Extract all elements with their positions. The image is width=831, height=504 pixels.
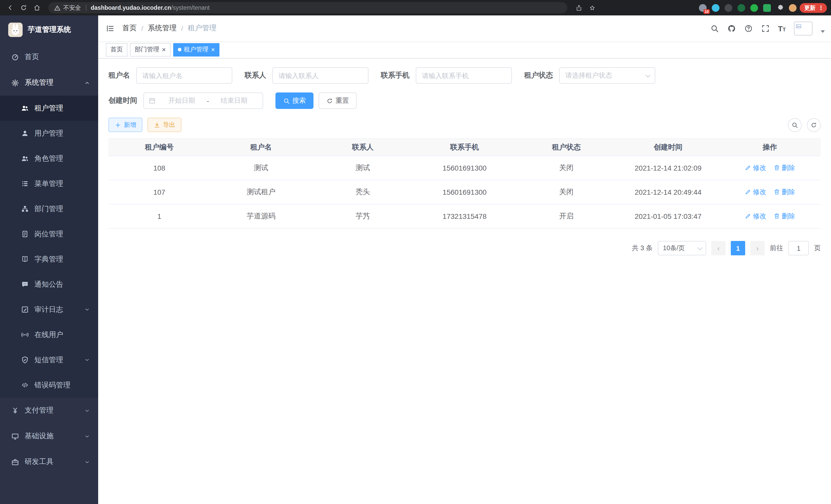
chevron-down-icon[interactable] [821, 30, 825, 33]
cell-contact: 秃头 [312, 180, 414, 204]
refresh-table-button[interactable] [807, 118, 821, 132]
sidebar-item-role[interactable]: 角色管理 [0, 146, 98, 171]
range-separator: - [206, 97, 210, 105]
update-button[interactable]: 更新 ⋮ [800, 3, 827, 12]
fullscreen-icon[interactable] [761, 24, 770, 33]
delete-button[interactable]: 删除 [773, 164, 795, 173]
delete-button[interactable]: 删除 [773, 187, 795, 197]
search-button[interactable]: 搜索 [276, 92, 314, 109]
end-date-placeholder[interactable]: 结束日期 [210, 96, 258, 105]
current-page-button[interactable]: 1 [731, 241, 745, 255]
content: 首页 / 系统管理 / 租户管理 TT [98, 16, 831, 504]
dept-icon [21, 205, 29, 213]
delete-button[interactable]: 删除 [773, 212, 795, 221]
reset-button[interactable]: 重置 [319, 92, 357, 109]
extension-bright-green[interactable] [750, 4, 758, 11]
sidebar-item-notice[interactable]: 通知公告 [0, 272, 98, 297]
extension-teal[interactable] [712, 4, 719, 11]
tab-tenant[interactable]: 租户管理× [173, 43, 220, 56]
extension-dark-green[interactable] [738, 4, 745, 11]
dashboard-icon [11, 53, 19, 61]
breadcrumb-item-home[interactable]: 首页 [122, 24, 137, 33]
goto-page-input[interactable] [789, 241, 809, 255]
security-label: 不安全 [63, 4, 81, 11]
breadcrumb-item-system[interactable]: 系统管理 [148, 24, 176, 33]
log-icon [21, 306, 29, 314]
main-content: 租户名 联系人 联系手机 租户状态 请选择租户状态 [98, 59, 831, 504]
extension-green-square[interactable] [763, 4, 771, 11]
cell-phone: 15601691300 [414, 156, 515, 180]
add-button[interactable]: 新增 [109, 118, 142, 132]
tab-dept[interactable]: 部门管理× [130, 43, 170, 56]
share-button[interactable] [573, 2, 585, 14]
start-date-placeholder[interactable]: 开始日期 [158, 96, 206, 105]
search-icon[interactable] [710, 24, 719, 33]
prev-page-button[interactable]: ‹ [711, 241, 726, 255]
sidebar-item-error-code[interactable]: 错误码管理 [0, 373, 98, 398]
sidebar-item-user[interactable]: 用户管理 [0, 121, 98, 146]
logo-avatar [8, 23, 23, 37]
cell-status: 关闭 [515, 180, 617, 204]
notice-icon [21, 280, 29, 288]
tab-label: 租户管理 [184, 45, 208, 54]
edit-button[interactable]: 修改 [745, 187, 766, 197]
tab-label: 部门管理 [135, 45, 159, 54]
extension-dark-sphere[interactable] [725, 4, 732, 11]
sidebar-item-dev-tools[interactable]: 研发工具 [0, 449, 98, 475]
column-header: 租户状态 [515, 139, 617, 156]
sidebar-item-label: 在线用户 [34, 330, 91, 339]
github-icon[interactable] [727, 24, 736, 33]
url-bar[interactable]: 不安全 dashboard.yudao.iocoder.cn/system/te… [48, 2, 567, 13]
chevron-down-icon [83, 307, 91, 313]
next-page-button[interactable]: › [750, 241, 765, 255]
chevron-down-icon [83, 357, 91, 363]
sidebar-item-post[interactable]: 岗位管理 [0, 221, 98, 246]
sidebar-item-pay[interactable]: 支付管理 [0, 398, 98, 423]
extensions-puzzle[interactable] [776, 4, 784, 11]
sidebar-item-audit-log[interactable]: 审计日志 [0, 297, 98, 322]
sidebar-item-home[interactable]: 首页 [0, 44, 98, 70]
user-avatar[interactable] [794, 21, 812, 35]
refresh-icon [326, 97, 333, 104]
sidebar-item-dept[interactable]: 部门管理 [0, 196, 98, 221]
reload-button[interactable] [18, 2, 30, 14]
tenant-status-select[interactable]: 请选择租户状态 [559, 67, 655, 84]
sidebar-item-label: 审计日志 [34, 305, 77, 314]
create-time-range-picker[interactable]: 开始日期 - 结束日期 [143, 92, 263, 109]
extension-pin[interactable]: 10 [699, 4, 707, 11]
collapse-sidebar-button[interactable] [98, 24, 122, 33]
font-size-icon[interactable]: TT [778, 24, 786, 33]
close-icon[interactable]: × [211, 46, 215, 53]
tab-home[interactable]: 首页 [106, 43, 127, 56]
cell-status: 开启 [515, 204, 617, 228]
sidebar-logo[interactable]: 芋道管理系统 [0, 16, 98, 44]
browser-menu-icon[interactable]: ⋮ [818, 4, 824, 11]
sidebar-item-dict[interactable]: 字典管理 [0, 246, 98, 272]
export-button[interactable]: 导出 [147, 118, 181, 132]
sidebar-item-online-user[interactable]: 在线用户 [0, 322, 98, 347]
sidebar-item-label: 字典管理 [34, 255, 91, 264]
sidebar-item-infra[interactable]: 基础设施 [0, 423, 98, 449]
toggle-search-button[interactable] [788, 118, 802, 132]
filter-row-2: 创建时间 开始日期 - 结束日期 搜索 重置 [109, 92, 821, 109]
sidebar-item-system[interactable]: 系统管理 [0, 70, 98, 95]
breadcrumb-separator: / [141, 24, 143, 32]
sidebar-item-tenant[interactable]: 租户管理 [0, 95, 98, 121]
help-icon[interactable] [744, 24, 753, 33]
sidebar-item-sms[interactable]: 短信管理 [0, 347, 98, 373]
cell-name: 测试 [210, 156, 312, 180]
edit-button[interactable]: 修改 [745, 164, 766, 173]
sidebar-item-menu[interactable]: 菜单管理 [0, 171, 98, 196]
close-icon[interactable]: × [162, 46, 166, 53]
page-size-select[interactable]: 10条/页 [658, 241, 706, 255]
back-button[interactable] [4, 2, 17, 14]
edit-button[interactable]: 修改 [745, 212, 766, 221]
tenant-name-input[interactable] [136, 67, 232, 84]
profile-avatar[interactable] [789, 4, 797, 11]
active-tab-dot [177, 48, 181, 51]
phone-input[interactable] [416, 67, 512, 84]
contact-input[interactable] [273, 67, 369, 84]
security-indicator[interactable]: 不安全 [54, 4, 81, 11]
home-button[interactable] [31, 2, 43, 14]
bookmark-button[interactable] [586, 2, 598, 14]
